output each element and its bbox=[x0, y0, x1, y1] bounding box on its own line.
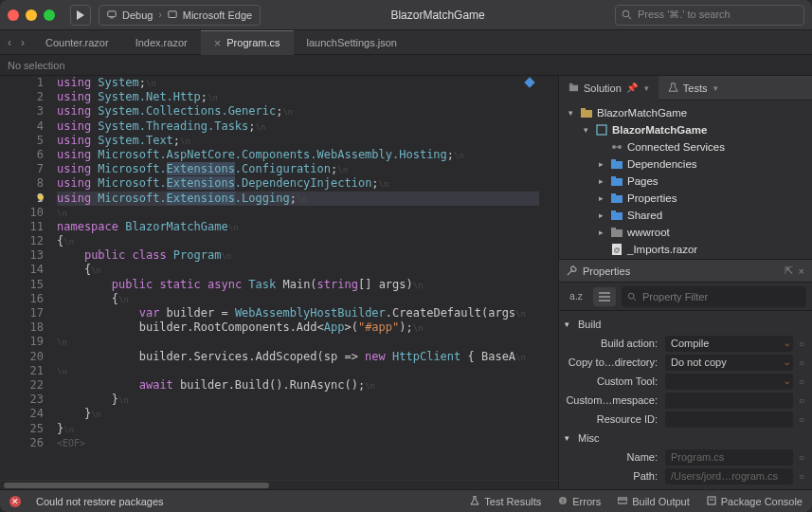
code-line[interactable]: \n bbox=[57, 335, 539, 349]
property-reset-button[interactable]: ○ bbox=[797, 414, 806, 425]
tree-item[interactable]: ▸wwwroot bbox=[559, 224, 812, 241]
statusbar-item[interactable]: Package Console bbox=[707, 496, 803, 507]
tree-item[interactable]: ▾BlazorMatchGame bbox=[559, 121, 812, 138]
property-filter-input[interactable]: Property Filter bbox=[622, 286, 806, 307]
code-line[interactable]: using System.Collections.Generic;\n bbox=[57, 104, 539, 119]
code-line[interactable]: }\n bbox=[57, 393, 539, 407]
property-reset-button[interactable]: ○ bbox=[797, 357, 806, 368]
horizontal-scrollbar[interactable] bbox=[0, 480, 558, 489]
chevron-down-icon[interactable]: ▾ bbox=[713, 83, 718, 93]
property-reset-button[interactable]: ○ bbox=[797, 338, 806, 349]
tree-item[interactable]: ▸Shared bbox=[559, 207, 812, 224]
disclosure-triangle-icon[interactable]: ▸ bbox=[595, 159, 606, 169]
editor-tab[interactable]: ×Program.cs bbox=[201, 30, 294, 55]
disclosure-triangle-icon[interactable]: ▸ bbox=[595, 210, 606, 220]
sort-az-button[interactable]: a.z bbox=[565, 287, 587, 306]
disclosure-triangle-icon[interactable]: ▾ bbox=[580, 125, 591, 135]
code-line[interactable]: public static async Task Main(string[] a… bbox=[57, 278, 539, 292]
disclosure-triangle-icon[interactable]: ▾ bbox=[565, 320, 574, 329]
close-window-button[interactable] bbox=[8, 9, 19, 21]
disclosure-triangle-icon[interactable]: ▸ bbox=[595, 176, 606, 186]
editor-tab[interactable]: Counter.razor bbox=[32, 30, 122, 55]
nav-back-button[interactable]: ‹ bbox=[8, 36, 11, 49]
maximize-window-button[interactable] bbox=[44, 9, 55, 21]
property-reset-button[interactable]: ○ bbox=[797, 376, 806, 387]
tree-item[interactable]: ▸Pages bbox=[559, 173, 812, 190]
property-value-input[interactable]: /Users/jord…rogram.cs bbox=[665, 468, 793, 485]
disclosure-triangle-icon[interactable]: ▸ bbox=[595, 193, 606, 203]
property-reset-button[interactable]: ○ bbox=[797, 471, 806, 482]
code-line[interactable]: \n bbox=[57, 364, 539, 378]
dropdown-indicator-icon[interactable]: ⌵ bbox=[785, 357, 789, 367]
line-number: 4 bbox=[0, 119, 44, 134]
disclosure-triangle-icon[interactable]: ▾ bbox=[565, 108, 576, 118]
lightbulb-icon[interactable] bbox=[36, 192, 45, 202]
code-line[interactable]: namespace BlazorMatchGame\n bbox=[57, 220, 539, 234]
property-group-header[interactable]: ▾Build bbox=[565, 315, 806, 334]
code-line[interactable]: {\n bbox=[57, 234, 539, 248]
code-line[interactable]: using Microsoft.Extensions.Configuration… bbox=[57, 162, 539, 176]
disclosure-triangle-icon[interactable]: ▸ bbox=[595, 228, 606, 237]
dropdown-indicator-icon[interactable]: ⌵ bbox=[785, 376, 789, 386]
code-line[interactable]: using System.Threading.Tasks;\n bbox=[57, 119, 539, 134]
code-line[interactable]: builder.Services.AddScoped(sp => new Htt… bbox=[57, 350, 539, 364]
editor-tab[interactable]: launchSettings.json bbox=[294, 30, 410, 55]
nav-forward-button[interactable]: › bbox=[21, 36, 25, 49]
property-value-input[interactable] bbox=[665, 393, 793, 409]
editor-tab[interactable]: Index.razor bbox=[122, 30, 201, 55]
code-editor[interactable]: 1234567891011121314151617181920212223242… bbox=[0, 76, 558, 450]
close-tab-button[interactable]: × bbox=[214, 36, 222, 50]
statusbar-item[interactable]: Test Results bbox=[470, 496, 541, 507]
property-value-input[interactable]: Program.cs bbox=[665, 449, 793, 466]
code-line[interactable]: using Microsoft.Extensions.DependencyInj… bbox=[57, 176, 539, 191]
pin-icon[interactable]: 📌 bbox=[626, 82, 638, 93]
code-line[interactable]: {\n bbox=[57, 263, 539, 277]
code-line[interactable]: var builder = WebAssemblyHostBuilder.Cre… bbox=[57, 306, 539, 320]
property-value-input[interactable] bbox=[665, 411, 793, 428]
tree-item[interactable]: ▸Properties bbox=[559, 190, 812, 207]
code-line[interactable]: await builder.Build().RunAsync();\n bbox=[57, 378, 539, 393]
statusbar-item[interactable]: !Errors bbox=[558, 496, 601, 507]
solution-tree[interactable]: ▾BlazorMatchGame▾BlazorMatchGameConnecte… bbox=[559, 101, 812, 259]
close-icon[interactable]: × bbox=[799, 265, 804, 277]
property-reset-button[interactable]: ○ bbox=[797, 452, 806, 463]
property-group-header[interactable]: ▾Misc bbox=[565, 429, 806, 448]
svg-rect-24 bbox=[611, 228, 616, 229]
statusbar-item[interactable]: Build Output bbox=[618, 496, 690, 507]
code-line[interactable]: using System.Text;\n bbox=[57, 134, 539, 148]
pin-icon[interactable]: ⇱ bbox=[785, 265, 793, 277]
global-search-input[interactable]: Press '⌘.' to search bbox=[615, 5, 804, 26]
code-line[interactable]: using System.Net.Http;\n bbox=[57, 90, 539, 104]
property-value-input[interactable]: Compile⌵ bbox=[665, 336, 793, 352]
code-line[interactable]: {\n bbox=[57, 292, 539, 306]
code-line[interactable]: public class Program\n bbox=[57, 248, 539, 263]
tree-item[interactable]: @_Imports.razor bbox=[559, 241, 812, 258]
dropdown-indicator-icon[interactable]: ⌵ bbox=[785, 338, 789, 348]
code-content[interactable]: using System;\nusing System.Net.Http;\nu… bbox=[57, 76, 558, 450]
tree-item[interactable]: ▾BlazorMatchGame bbox=[559, 104, 812, 121]
code-line[interactable]: builder.RootComponents.Add<App>("#app");… bbox=[57, 320, 539, 335]
disclosure-triangle-icon[interactable]: ▾ bbox=[565, 433, 574, 443]
scrollbar-thumb[interactable] bbox=[4, 483, 269, 488]
code-line[interactable]: }\n bbox=[57, 407, 539, 421]
run-configuration-selector[interactable]: Debug › Microsoft Edge bbox=[99, 5, 261, 26]
property-value-input[interactable]: Do not copy⌵ bbox=[665, 355, 793, 371]
run-button[interactable] bbox=[70, 5, 91, 26]
breadcrumb-bar[interactable]: No selection bbox=[0, 55, 812, 76]
property-value-input[interactable]: ⌵ bbox=[665, 374, 793, 390]
chevron-down-icon[interactable]: ▾ bbox=[644, 83, 649, 93]
code-line[interactable]: using Microsoft.AspNetCore.Components.We… bbox=[57, 148, 539, 162]
solution-tab[interactable]: Solution 📌 ▾ bbox=[559, 76, 659, 101]
code-line[interactable]: using Microsoft.Extensions.Logging;\n bbox=[57, 192, 539, 206]
tree-item[interactable]: ▸Dependencies bbox=[559, 155, 812, 173]
code-line[interactable]: }\n bbox=[57, 422, 539, 436]
code-line[interactable]: using System;\n bbox=[57, 76, 539, 90]
editor-scroll[interactable]: 1234567891011121314151617181920212223242… bbox=[0, 76, 558, 480]
code-line[interactable]: <EOF> bbox=[57, 436, 539, 450]
property-reset-button[interactable]: ○ bbox=[797, 395, 806, 406]
code-line[interactable]: \n bbox=[57, 206, 539, 220]
tree-item[interactable]: Connected Services bbox=[559, 138, 812, 155]
minimize-window-button[interactable] bbox=[26, 9, 37, 21]
tests-tab[interactable]: Tests ▾ bbox=[659, 76, 729, 101]
categorize-button[interactable] bbox=[593, 287, 616, 306]
